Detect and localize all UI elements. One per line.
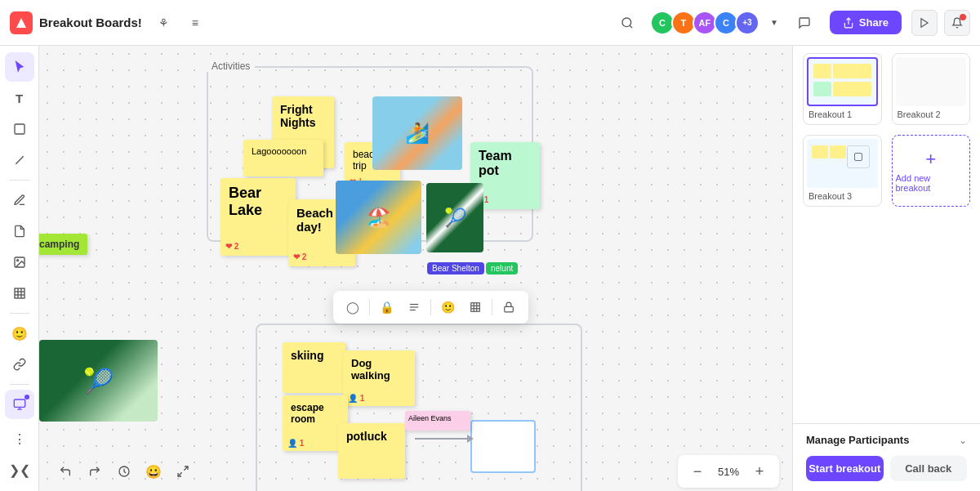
svg-point-6	[16, 260, 18, 261]
breakout-thumb-3	[807, 139, 878, 188]
right-panel: Breakout Boards ✕ Breakout 1 Breakout 2	[792, 0, 980, 491]
topbar: Breakout Boards! ⚘ ≡ C T AF C +3 ▼ Share	[0, 0, 980, 46]
tool-sticky[interactable]	[5, 216, 34, 246]
board-title: Breakout Boards!	[39, 16, 142, 29]
sticky-camping[interactable]: camping	[39, 234, 87, 255]
breakout-thumb-1	[807, 57, 878, 106]
tool-pen[interactable]	[5, 185, 34, 215]
image-beach-2: 🏖️	[336, 181, 421, 254]
toolbar-divider-2	[10, 313, 29, 314]
reaction-button[interactable]: 😀	[140, 458, 167, 484]
ft-circle-btn[interactable]: ◯	[341, 296, 364, 319]
manage-participants: Manage Participants ⌄ Start breakout Cal…	[793, 423, 980, 491]
notification-button[interactable]	[944, 10, 970, 36]
ft-divider-3	[492, 299, 492, 315]
present-button[interactable]	[911, 10, 938, 36]
tool-table[interactable]	[5, 279, 34, 308]
zoom-out-button[interactable]: −	[684, 458, 710, 484]
svg-rect-3	[15, 124, 24, 134]
svg-rect-12	[14, 399, 24, 407]
call-back-button[interactable]: Call back	[890, 456, 968, 481]
tool-select[interactable]	[5, 52, 34, 82]
svg-point-0	[622, 18, 631, 27]
sticky-skiing[interactable]: skiing	[283, 342, 345, 393]
mp-header: Manage Participants ⌄	[806, 434, 967, 446]
heart-escape-room: 👤 1	[287, 439, 304, 448]
breakout-card-1[interactable]: Breakout 1	[803, 53, 882, 125]
svg-rect-7	[15, 288, 24, 298]
chat-button[interactable]	[792, 11, 817, 35]
svg-line-4	[16, 156, 23, 163]
left-toolbar: T 🙂 ⋮ ❯❮	[0, 46, 39, 491]
image-tennis: 🎾	[426, 183, 483, 252]
avatar-dropdown[interactable]: ▼	[766, 15, 782, 31]
zoom-level: 51%	[714, 466, 743, 478]
sticky-lagooooooon[interactable]: Lagooooooon	[243, 140, 323, 176]
heart-dog-walking: 👤 1	[348, 394, 364, 403]
cursor-nelunt: nelunt	[486, 262, 518, 275]
sticky-aileen[interactable]: Aileen Evans	[405, 411, 470, 431]
breakout-card-3[interactable]: Breakout 3	[803, 135, 882, 207]
breakout-label-1: Breakout 1	[807, 106, 878, 121]
board-menu-button[interactable]: ≡	[183, 11, 207, 35]
redo-button[interactable]	[82, 458, 108, 484]
ft-emoji-btn[interactable]: 🙂	[436, 296, 459, 319]
undo-redo-group: 😀	[52, 458, 196, 484]
tool-emoji[interactable]: 🙂	[5, 319, 34, 348]
canvas-area: Activities Fright Nights ❤ 1 Lagooooooon…	[39, 46, 792, 491]
toolbar-divider-1	[10, 180, 29, 181]
share-label: Share	[859, 16, 889, 29]
zoom-in-button[interactable]: +	[746, 458, 773, 484]
manage-participants-title: Manage Participants	[806, 434, 909, 446]
zoom-controls: − 51% +	[678, 455, 779, 488]
tool-more[interactable]: ⋮	[5, 424, 34, 453]
undo-button[interactable]	[52, 458, 78, 484]
add-new-label: Add new breakout	[896, 170, 967, 193]
breakout-label-2: Breakout 2	[896, 106, 967, 121]
tool-text[interactable]: T	[5, 83, 34, 113]
sticky-dog-walking[interactable]: Dog walking 👤 1	[343, 350, 415, 406]
mp-buttons: Start breakout Call back	[806, 456, 967, 481]
tool-media[interactable]	[5, 248, 34, 277]
arrow	[415, 438, 472, 440]
tool-breakout[interactable]	[5, 390, 34, 419]
heart-bear-lake: ❤ 2	[225, 242, 238, 251]
svg-rect-18	[471, 303, 480, 312]
notification-badge	[960, 14, 966, 20]
ft-align-btn[interactable]	[403, 296, 425, 319]
svg-line-26	[178, 472, 182, 476]
start-breakout-button[interactable]: Start breakout	[806, 456, 884, 481]
add-new-plus-icon: +	[925, 149, 936, 170]
share-button[interactable]: Share	[830, 11, 902, 34]
tool-expand[interactable]: ❯❮	[5, 455, 34, 484]
sticky-bear-lake[interactable]: Bear Lake ❤ 2	[220, 178, 296, 256]
logo-icon[interactable]	[10, 11, 33, 34]
ft-lock2-btn[interactable]	[497, 296, 520, 319]
tool-shape[interactable]	[5, 114, 34, 144]
tool-line[interactable]	[5, 145, 34, 175]
bottom-bar: 😀 − 51% +	[39, 452, 792, 491]
svg-line-25	[184, 466, 188, 471]
svg-rect-23	[505, 306, 514, 311]
add-new-breakout-card[interactable]: + Add new breakout	[892, 135, 971, 207]
breakout-thumb-2	[896, 57, 967, 106]
svg-marker-2	[921, 18, 928, 27]
search-button[interactable]	[614, 10, 640, 36]
cursor-bear-shelton: Bear Shelton	[427, 262, 484, 275]
heart-beach-day: ❤ 2	[293, 252, 306, 261]
board-history-button[interactable]: ⚘	[152, 11, 176, 35]
toolbar-divider-3	[10, 384, 29, 385]
avatars-group: C T AF C +3	[653, 11, 760, 35]
image-person: 🎾	[39, 340, 158, 422]
image-beach: 🏄	[372, 96, 462, 170]
breakout-card-2[interactable]: Breakout 2	[892, 53, 971, 125]
ft-divider-2	[430, 299, 431, 315]
activities-label: Activities	[207, 60, 255, 72]
avatar-more: +3	[735, 11, 760, 35]
fullscreen-button[interactable]	[170, 458, 196, 484]
ft-lock-btn[interactable]: 🔒	[375, 296, 398, 319]
mp-chevron-icon[interactable]: ⌄	[959, 435, 967, 446]
ft-table-btn[interactable]	[464, 296, 487, 319]
timer-button[interactable]	[111, 458, 137, 484]
tool-link[interactable]	[5, 350, 34, 379]
